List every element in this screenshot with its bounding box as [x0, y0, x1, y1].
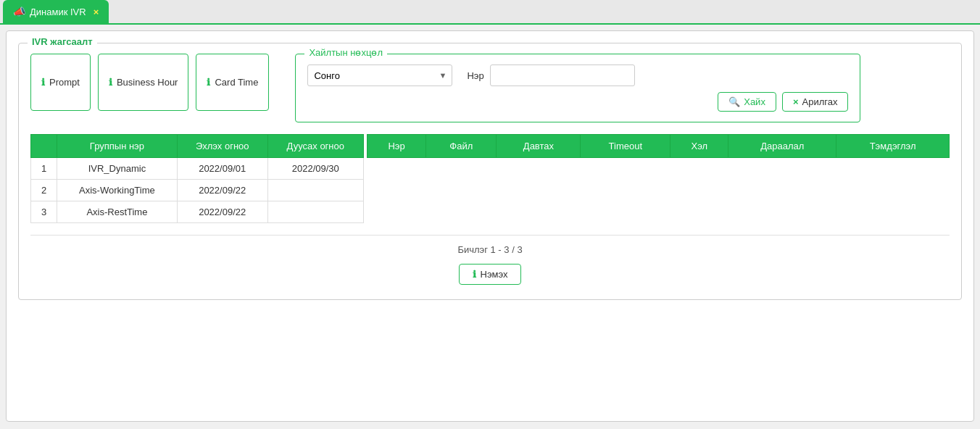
left-table-header-row: Группын нэр Эхлэх огноо Дуусах огноо	[31, 135, 364, 158]
search-buttons-row: 🔍 Хайх × Арилгах	[307, 92, 848, 112]
tab-label: Динамик IVR	[30, 7, 86, 17]
bottom-actions: ℹ Нэмэх	[30, 264, 950, 285]
detail-col-file: Файл	[426, 135, 497, 158]
search-name-field: Нэр	[467, 64, 634, 86]
row-num: 1	[31, 158, 57, 180]
business-hour-label: Business Hour	[117, 77, 178, 88]
right-table-wrapper: Нэр Файл Давтах Timeout Хэл Дараалал Тэм…	[367, 134, 950, 223]
row-group-name: IVR_Dynamic	[57, 158, 178, 180]
row-num: 2	[31, 180, 57, 201]
pagination-text: Бичлэг 1 - 3 / 3	[457, 244, 522, 255]
row-end-date	[267, 180, 363, 201]
tab-dynamic-ivr[interactable]: 📣 Динамик IVR ×	[3, 0, 109, 23]
top-row: ℹ Prompt ℹ Business Hour ℹ Card Time Хай…	[30, 54, 950, 122]
prompt-label: Prompt	[49, 77, 80, 88]
detail-col-order: Дараалал	[728, 135, 836, 158]
card-time-info-icon: ℹ	[207, 77, 210, 88]
left-table-wrapper: Группын нэр Эхлэх огноо Дуусах огноо 1 I…	[30, 134, 364, 223]
row-start-date: 2022/09/22	[177, 201, 267, 223]
add-button-label: Нэмэх	[481, 269, 508, 280]
search-icon: 🔍	[728, 96, 740, 107]
col-start-date: Эхлэх огноо	[177, 135, 267, 158]
left-data-table: Группын нэр Эхлэх огноо Дуусах огноо 1 I…	[30, 134, 364, 223]
row-end-date: 2022/09/30	[267, 158, 363, 180]
row-group-name: Axis-WorkingTime	[57, 180, 178, 201]
action-buttons-group: ℹ Prompt ℹ Business Hour ℹ Card Time	[30, 54, 269, 111]
name-label: Нэр	[467, 70, 483, 81]
row-end-date	[267, 201, 363, 223]
detail-col-repeat: Давтах	[497, 135, 581, 158]
tables-row: Группын нэр Эхлэх огноо Дуусах огноо 1 I…	[30, 134, 950, 223]
search-button[interactable]: 🔍 Хайх	[718, 92, 776, 112]
clear-button[interactable]: × Арилгах	[782, 92, 849, 112]
card-time-label: Card Time	[215, 77, 258, 88]
detail-col-note: Тэмдэглэл	[836, 135, 950, 158]
detail-col-name: Нэр	[368, 135, 426, 158]
search-select[interactable]: Сонго	[307, 64, 452, 86]
table-row[interactable]: 2 Axis-WorkingTime 2022/09/22	[31, 180, 364, 201]
business-hour-button[interactable]: ℹ Business Hour	[98, 54, 189, 111]
pagination-row: Бичлэг 1 - 3 / 3	[30, 235, 950, 255]
col-group-name: Группын нэр	[57, 135, 178, 158]
prompt-button[interactable]: ℹ Prompt	[30, 54, 91, 111]
prompt-info-icon: ℹ	[41, 77, 45, 88]
table-row[interactable]: 1 IVR_Dynamic 2022/09/01 2022/09/30	[31, 158, 364, 180]
row-group-name: Axis-RestTime	[57, 201, 178, 223]
row-num: 3	[31, 201, 57, 223]
search-select-wrapper: Сонго ▼	[307, 64, 452, 86]
section-legend: IVR жагсаалт	[28, 36, 97, 47]
row-start-date: 2022/09/01	[177, 158, 267, 180]
business-hour-info-icon: ℹ	[109, 77, 112, 88]
clear-icon: ×	[793, 96, 799, 107]
detail-col-lang: Хэл	[670, 135, 728, 158]
main-content: IVR жагсаалт ℹ Prompt ℹ Business Hour ℹ …	[6, 30, 974, 422]
detail-col-timeout: Timeout	[581, 135, 670, 158]
tab-close-button[interactable]: ×	[94, 7, 99, 17]
col-num	[31, 135, 57, 158]
add-info-icon: ℹ	[473, 269, 476, 280]
clear-button-label: Арилгах	[802, 96, 837, 107]
right-table-header-row: Нэр Файл Давтах Timeout Хэл Дараалал Тэм…	[368, 135, 950, 158]
search-panel-legend: Хайлтын нөхцөл	[304, 47, 387, 58]
table-row[interactable]: 3 Axis-RestTime 2022/09/22	[31, 201, 364, 223]
search-button-label: Хайх	[744, 96, 765, 107]
search-panel: Хайлтын нөхцөл Сонго ▼ Нэр	[295, 54, 860, 122]
add-button[interactable]: ℹ Нэмэх	[459, 264, 522, 285]
search-row-top: Сонго ▼ Нэр	[307, 64, 848, 86]
tab-bar: 📣 Динамик IVR ×	[0, 0, 980, 25]
tab-icon: 📣	[13, 6, 25, 17]
col-end-date: Дуусах огноо	[267, 135, 363, 158]
right-detail-table: Нэр Файл Давтах Timeout Хэл Дараалал Тэм…	[367, 134, 950, 158]
name-input[interactable]	[490, 64, 635, 86]
card-time-button[interactable]: ℹ Card Time	[196, 54, 269, 111]
row-start-date: 2022/09/22	[177, 180, 267, 201]
section-panel: IVR жагсаалт ℹ Prompt ℹ Business Hour ℹ …	[18, 43, 962, 300]
